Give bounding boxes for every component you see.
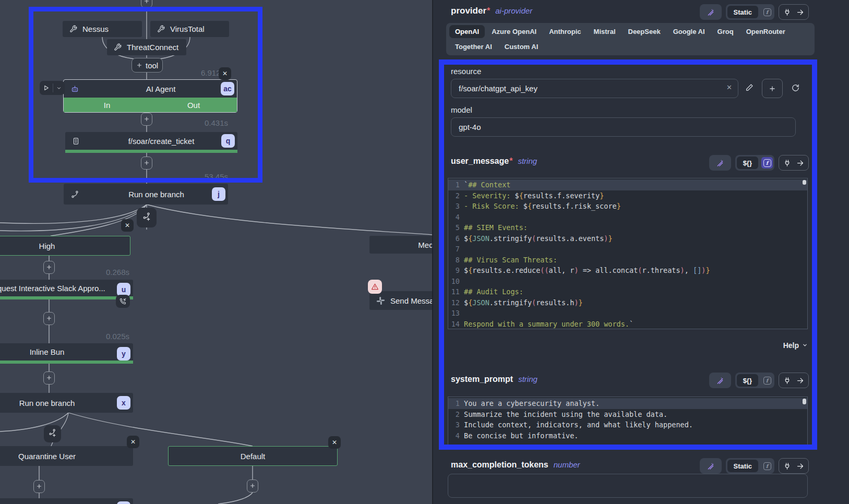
node-branch-high[interactable]: High [0, 236, 130, 256]
model-label: model [451, 105, 472, 114]
close-icon[interactable]: ✕ [219, 67, 231, 80]
agent-input-handle[interactable]: In [64, 101, 150, 110]
tab-openrouter[interactable]: OpenRouter [740, 25, 791, 38]
node-quarantine-user[interactable]: Quarantine User [0, 446, 133, 466]
insert-step-button[interactable] [43, 261, 55, 274]
max-tokens-input[interactable] [448, 474, 808, 498]
insert-step-button[interactable] [141, 113, 152, 126]
node-send-message[interactable]: Send Message [369, 291, 432, 310]
ai-wand-icon[interactable] [700, 4, 722, 20]
node-tool-group[interactable]: tool [131, 58, 163, 73]
ai-wand-icon[interactable] [700, 458, 722, 474]
tab-deepseek[interactable]: DeepSeek [623, 25, 666, 38]
node-id-badge: ac [221, 82, 234, 95]
plug-icon[interactable] [779, 377, 795, 385]
tab-together-ai[interactable]: Together AI [449, 40, 498, 53]
node-label: Inline Bun [0, 347, 133, 356]
user-message-field-actions: ${} f [709, 155, 809, 171]
add-branch-button[interactable] [137, 208, 157, 227]
arrow-right-icon[interactable] [795, 462, 808, 470]
arrow-right-icon[interactable] [795, 159, 808, 167]
insert-step-button[interactable] [43, 371, 55, 385]
node-inline-bun[interactable]: Inline Bun y [0, 343, 133, 364]
node-slack-approval[interactable]: quest Interactive Slack Appro... u [0, 280, 133, 299]
node-nessus[interactable]: Nessus [63, 21, 142, 37]
code-line-9: 9${results.e.reduce((all, r) => all.conc… [448, 265, 807, 276]
resource-input[interactable] [451, 79, 738, 98]
insert-step-button[interactable] [141, 157, 152, 170]
scrollbar-thumb[interactable] [803, 180, 806, 185]
plug-icon[interactable] [779, 8, 795, 16]
node-run-one-branch-bottom[interactable]: Run one branch x [0, 393, 133, 413]
expr-mode-button[interactable]: ${} [737, 157, 758, 169]
close-icon[interactable]: ✕ [121, 219, 134, 232]
close-icon[interactable]: ✕ [127, 436, 139, 448]
node-create-ticket[interactable]: f/soar/create_ticket q [65, 132, 237, 153]
provider-field-actions: Static f [700, 4, 809, 20]
agent-output-handle[interactable]: Out [150, 101, 237, 110]
scrollbar-thumb[interactable] [803, 399, 806, 404]
node-branch-medium[interactable]: Medium [369, 236, 432, 254]
provider-field-header: provider*ai-provider [451, 6, 532, 16]
field-type: string [518, 375, 537, 383]
insert-step-button[interactable] [33, 480, 45, 493]
static-mode-button[interactable]: Static [727, 6, 758, 18]
ai-wand-icon[interactable] [709, 155, 731, 171]
required-star: * [509, 157, 512, 165]
static-mode-button[interactable]: Static [727, 460, 758, 472]
resource-label: resource [451, 67, 481, 76]
arrow-right-icon[interactable] [795, 8, 808, 16]
user-message-code-editor[interactable]: 1`## Context2- Severity: ${results.f.sev… [448, 178, 808, 329]
clear-icon[interactable]: ✕ [726, 83, 732, 91]
code-line-8: 8## Virus Scan Threats: [448, 255, 807, 266]
code-line-5: 5## SIEM Events: [448, 222, 807, 233]
node-threatconnect[interactable]: ThreatConnect [107, 39, 186, 55]
expr-mode-button[interactable]: ${} [737, 374, 758, 387]
chevron-down-icon[interactable] [53, 86, 65, 91]
field-name: max_completion_tokens [451, 460, 548, 469]
node-partial-bottom[interactable] [0, 498, 133, 504]
branch-icon [70, 190, 79, 199]
close-icon[interactable]: ✕ [328, 436, 341, 449]
tab-openai[interactable]: OpenAI [449, 25, 485, 38]
node-branch-default[interactable]: Default [168, 446, 338, 466]
duration-label: 53.45s [186, 172, 228, 181]
provider-tabs: OpenAIAzure OpenAIAnthropicMistralDeepSe… [446, 23, 815, 55]
add-resource-button[interactable] [762, 79, 783, 98]
node-label: Quarantine User [0, 452, 133, 461]
edit-pencil-icon[interactable] [745, 83, 754, 92]
insert-step-button[interactable] [43, 312, 55, 325]
function-mode-icon[interactable]: f [761, 157, 773, 169]
function-mode-icon[interactable]: f [761, 6, 773, 18]
play-icon[interactable] [40, 85, 53, 91]
tab-azure-openai[interactable]: Azure OpenAI [486, 25, 542, 38]
help-dropdown[interactable]: Help [783, 341, 808, 350]
tab-custom-ai[interactable]: Custom AI [499, 40, 544, 53]
function-mode-icon[interactable]: f [761, 375, 773, 386]
node-run-one-branch-top[interactable]: Run one branch j [64, 184, 228, 205]
node-virustotal[interactable]: VirusTotal [150, 21, 229, 37]
tab-groq[interactable]: Groq [712, 25, 739, 38]
node-ai-agent[interactable]: AI Agent ac In Out [63, 79, 237, 113]
required-star: * [487, 6, 490, 15]
plug-icon[interactable] [779, 462, 795, 470]
function-mode-icon[interactable]: f [761, 460, 773, 472]
phone-incoming-icon[interactable] [116, 295, 130, 308]
system-prompt-code-editor[interactable]: 1You are a cybersecurity analyst.2Summar… [448, 397, 808, 445]
plug-icon[interactable] [779, 159, 795, 167]
insert-step-button[interactable] [247, 479, 258, 493]
flow-canvas[interactable]: Nessus VirusTotal ThreatConnect tool 6.9… [0, 0, 432, 504]
chevron-down-icon [802, 341, 808, 350]
arrow-right-icon[interactable] [795, 377, 808, 385]
model-input[interactable] [451, 117, 796, 137]
insert-step-button[interactable] [141, 0, 152, 8]
input-mode-toggle: Static f [726, 458, 774, 474]
tab-anthropic[interactable]: Anthropic [543, 25, 587, 38]
tab-google-ai[interactable]: Google AI [667, 25, 711, 38]
add-branch-button[interactable] [44, 425, 61, 442]
refresh-icon[interactable] [791, 83, 800, 92]
input-mode-toggle: ${} f [735, 373, 774, 388]
ai-wand-icon[interactable] [709, 373, 731, 388]
node-label: AI Agent [85, 85, 237, 93]
tab-mistral[interactable]: Mistral [588, 25, 621, 38]
